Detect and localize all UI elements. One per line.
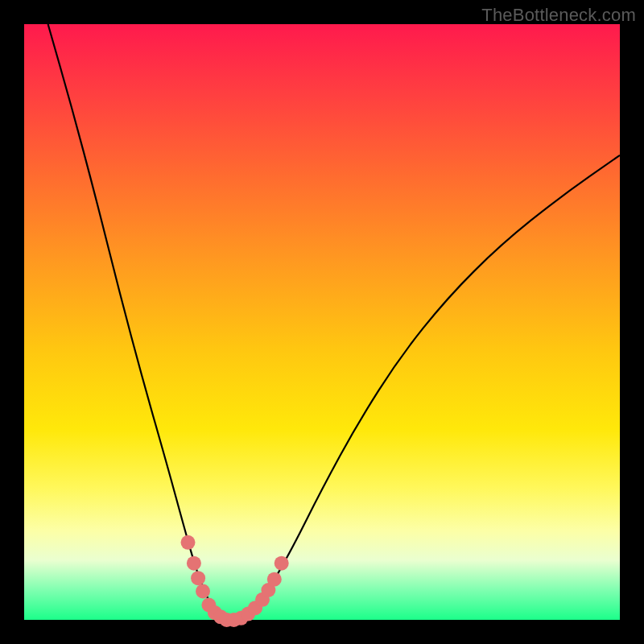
curve-layer: [24, 24, 620, 620]
highlight-dot: [191, 571, 205, 585]
highlight-dot: [181, 535, 196, 550]
highlight-dot: [196, 584, 210, 599]
plot-area: [24, 24, 620, 620]
highlight-dot: [267, 572, 282, 587]
highlight-dot: [275, 556, 289, 571]
chart-frame: TheBottleneck.com: [0, 0, 644, 644]
watermark-label: TheBottleneck.com: [481, 5, 636, 26]
highlight-dot: [187, 556, 201, 571]
highlight-dots: [181, 535, 289, 627]
bottleneck-curve: [48, 24, 620, 619]
